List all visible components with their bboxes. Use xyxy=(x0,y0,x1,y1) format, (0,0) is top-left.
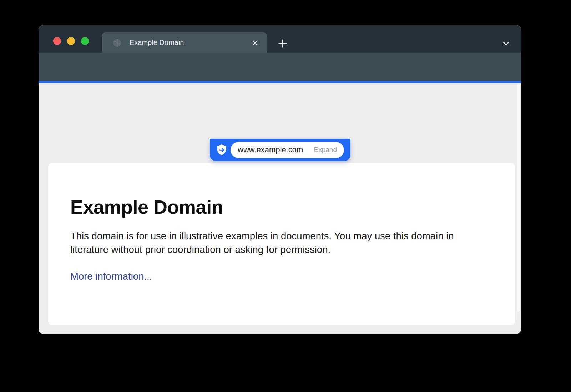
isolation-accent-bar xyxy=(39,81,521,83)
isolation-banner: www.example.com Expand xyxy=(210,139,350,161)
page-title: Example Domain xyxy=(70,196,493,218)
browser-window: Example Domain xyxy=(39,25,521,334)
more-information-link[interactable]: More information... xyxy=(70,271,152,282)
vertical-scrollbar[interactable] xyxy=(516,83,520,312)
active-tab[interactable]: Example Domain xyxy=(102,32,267,53)
minimize-window-button[interactable] xyxy=(67,37,75,45)
tab-search-chevron-down-icon[interactable] xyxy=(500,37,512,50)
content-card: Example Domain This domain is for use in… xyxy=(48,163,515,325)
tab-strip: Example Domain xyxy=(39,25,521,53)
window-controls xyxy=(53,37,89,45)
desktop-background: Example Domain xyxy=(0,0,571,392)
zoom-window-button[interactable] xyxy=(81,37,89,45)
isolation-domain-pill[interactable]: www.example.com Expand xyxy=(231,142,344,158)
shield-arrow-icon xyxy=(216,144,227,156)
globe-favicon-icon xyxy=(112,38,122,47)
tab-title: Example Domain xyxy=(130,39,250,47)
isolated-domain-text: www.example.com xyxy=(238,145,310,154)
tab-close-icon[interactable] xyxy=(250,37,261,48)
expand-button[interactable]: Expand xyxy=(314,146,337,154)
browser-toolbar: browser-beta.cloudflareaccess.com/... C xyxy=(39,53,521,81)
close-window-button[interactable] xyxy=(53,37,61,45)
page-viewport: www.example.com Expand Example Domain Th… xyxy=(39,83,521,334)
page-paragraph: This domain is for use in illustrative e… xyxy=(70,229,481,256)
new-tab-button[interactable] xyxy=(276,37,289,50)
